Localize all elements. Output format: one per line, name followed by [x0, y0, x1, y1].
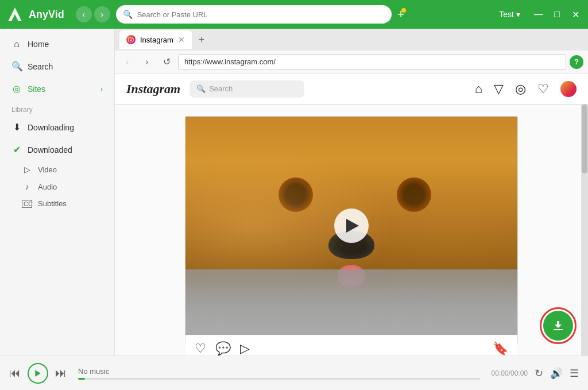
global-search-bar[interactable]: 🔍 [116, 5, 392, 24]
svg-point-4 [132, 38, 133, 38]
main-layout: ⌂ Home 🔍 Search ◎ Sites › Library ⬇ Down… [0, 29, 588, 356]
player-play-icon [34, 369, 42, 377]
library-section-label: Library [0, 100, 114, 116]
chevron-right-icon: › [100, 85, 103, 93]
search-icon: 🔍 [123, 10, 133, 19]
instagram-nav-icons: ⌂ ▽ ◎ ♡ [475, 81, 577, 97]
tab-add-button[interactable]: + [194, 34, 210, 46]
player-next-button[interactable]: ⏭ [55, 366, 67, 380]
user-name: Test [499, 10, 514, 19]
browser-scrollbar[interactable] [581, 105, 588, 356]
sidebar-item-home[interactable]: ⌂ Home [0, 33, 114, 55]
browser-area: Instagram ✕ + ‹ › ↺ ? Instagram 🔍 Search [115, 29, 588, 356]
player-progress-fill [78, 378, 85, 380]
back-nav-button[interactable]: ‹ [119, 54, 136, 70]
maximize-button[interactable]: □ [550, 7, 564, 21]
instagram-avatar[interactable] [560, 81, 577, 97]
global-search-input[interactable] [137, 10, 385, 19]
search-icon: 🔍 [11, 61, 22, 72]
tab-label: Instagram [140, 36, 173, 44]
sidebar-home-label: Home [28, 40, 49, 49]
bookmark-button[interactable]: 🔖 [493, 341, 508, 356]
sidebar-sub-item-subtitles[interactable]: CC Subtitles [0, 195, 114, 212]
sidebar-item-search[interactable]: 🔍 Search [0, 55, 114, 78]
app-name: AnyVid [29, 9, 64, 21]
home-icon: ⌂ [11, 39, 22, 49]
scrollbar-thumb[interactable] [582, 105, 587, 173]
instagram-logo: Instagram [126, 82, 180, 96]
titlebar: AnyVid ‹ › 🔍 + Test ▾ — □ ✕ [0, 0, 588, 29]
instagram-send-icon[interactable]: ▽ [494, 82, 504, 96]
check-circle-icon: ✔ [11, 144, 22, 155]
player-title: No music [78, 367, 480, 376]
back-button[interactable]: ‹ [76, 6, 92, 22]
instagram-search-bar[interactable]: 🔍 Search [189, 80, 304, 98]
download-overlay [540, 307, 577, 344]
post-image [185, 117, 517, 335]
chevron-down-icon: ▾ [516, 10, 520, 19]
tab-bar: Instagram ✕ + [115, 29, 588, 51]
help-button[interactable]: ? [570, 55, 583, 69]
instagram-page: Instagram 🔍 Search ⌂ ▽ ◎ ♡ [115, 74, 588, 356]
instagram-search-icon: 🔍 [196, 84, 206, 93]
instagram-tab[interactable]: Instagram ✕ [119, 30, 192, 49]
player-time: 00:00/00:00 [492, 369, 528, 377]
browser-toolbar: ‹ › ↺ ? [115, 51, 588, 74]
blanket [185, 269, 517, 335]
add-button[interactable]: + [397, 7, 405, 22]
instagram-search-placeholder: Search [209, 84, 233, 93]
player-play-button[interactable] [28, 363, 48, 384]
sidebar-audio-label: Audio [38, 183, 57, 191]
minimize-button[interactable]: — [532, 7, 546, 21]
sidebar-subtitles-label: Subtitles [38, 199, 67, 208]
player-queue-button[interactable]: ☰ [570, 367, 579, 380]
logo-icon [6, 5, 24, 24]
sidebar-sites-label: Sites [28, 84, 45, 94]
play-triangle-icon [346, 219, 359, 233]
url-bar[interactable] [178, 54, 566, 70]
audio-icon: ♪ [22, 182, 32, 191]
post-actions: ♡ 💬 ▷ 🔖 [185, 335, 517, 356]
nav-buttons: ‹ › [76, 6, 110, 22]
instagram-heart-icon[interactable]: ♡ [537, 82, 549, 96]
sidebar-video-label: Video [38, 165, 57, 174]
instagram-header: Instagram 🔍 Search ⌂ ▽ ◎ ♡ [115, 74, 588, 105]
svg-point-3 [130, 38, 131, 40]
download-button[interactable] [543, 311, 573, 341]
feed-post: ♡ 💬 ▷ 🔖 19,099 views [185, 116, 518, 344]
subtitles-icon: CC [22, 200, 32, 208]
globe-icon: ◎ [11, 83, 22, 94]
sidebar-sub-item-video[interactable]: ▷ Video [0, 161, 114, 178]
instagram-home-icon[interactable]: ⌂ [475, 82, 482, 96]
tab-close-button[interactable]: ✕ [178, 35, 185, 44]
sidebar-downloading-label: Downloading [28, 123, 74, 132]
window-controls: — □ ✕ [532, 7, 582, 21]
refresh-button[interactable]: ↺ [158, 54, 175, 70]
sidebar-downloaded-label: Downloaded [28, 145, 72, 155]
sidebar-sub-item-audio[interactable]: ♪ Audio [0, 178, 114, 195]
download-icon [551, 319, 565, 333]
feed-area: ♡ 💬 ▷ 🔖 19,099 views [115, 105, 588, 356]
instagram-compass-icon[interactable]: ◎ [515, 82, 526, 96]
svg-rect-5 [554, 329, 563, 330]
player-volume-button[interactable]: 🔊 [550, 367, 563, 380]
user-menu[interactable]: Test ▾ [499, 10, 520, 19]
forward-button[interactable]: › [94, 6, 110, 22]
share-button[interactable]: ▷ [240, 341, 250, 356]
forward-nav-button[interactable]: › [139, 54, 155, 70]
player-progress-bar[interactable] [78, 378, 480, 380]
like-button[interactable]: ♡ [195, 341, 206, 356]
sidebar: ⌂ Home 🔍 Search ◎ Sites › Library ⬇ Down… [0, 29, 115, 356]
video-icon: ▷ [22, 165, 32, 174]
player-repeat-button[interactable]: ↻ [535, 367, 543, 380]
sidebar-search-label: Search [28, 62, 53, 71]
sidebar-item-sites[interactable]: ◎ Sites › [0, 78, 114, 100]
comment-button[interactable]: 💬 [215, 341, 231, 356]
sidebar-item-downloading[interactable]: ⬇ Downloading [0, 116, 114, 138]
player-info: No music [78, 367, 480, 380]
play-button[interactable] [334, 208, 369, 243]
player-prev-button[interactable]: ⏮ [9, 366, 21, 380]
close-button[interactable]: ✕ [568, 7, 582, 21]
download-button-highlight [540, 307, 577, 344]
sidebar-item-downloaded[interactable]: ✔ Downloaded [0, 138, 114, 161]
